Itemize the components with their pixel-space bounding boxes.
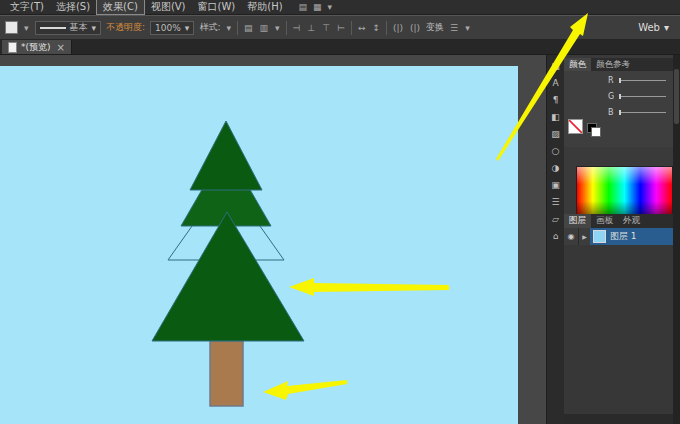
align-right-icon[interactable]: ⊢ (336, 23, 346, 33)
arrange-documents-icon[interactable]: ▦ (313, 2, 322, 12)
layer-thumbnail[interactable] (593, 230, 606, 243)
separator (386, 21, 387, 35)
align-bottom-icon[interactable]: ⊥ (306, 23, 316, 33)
style-label: 样式: (199, 21, 220, 34)
menu-bar: 文字(T) 选择(S) 效果(C) 视图(V) 窗口(W) 帮助(H) ▤ ▦ … (0, 0, 680, 15)
chevron-down-icon[interactable]: ▾ (464, 23, 471, 33)
menu-select[interactable]: 选择(S) (50, 0, 96, 14)
appearance-panel-icon[interactable]: ◑ (552, 160, 560, 177)
distribute-space-vertical-icon[interactable]: (|) (409, 23, 421, 33)
document-tab-bar: *(预览) × (0, 40, 680, 55)
tab-color-guide[interactable]: 颜色参考 (591, 58, 635, 71)
artboards-panel-icon[interactable]: ▱ (552, 211, 559, 228)
separator (351, 21, 352, 35)
document-layout-icon[interactable]: ▤ (299, 2, 308, 12)
separator (237, 21, 238, 35)
panel-scrollbar[interactable] (673, 55, 680, 424)
none-color-swatch[interactable] (568, 119, 583, 134)
distribute-vertical-icon[interactable]: ↕ (371, 23, 381, 33)
visibility-eye-icon[interactable]: ◉ (564, 232, 578, 241)
paragraph-panel-icon[interactable]: ¶ (553, 92, 559, 109)
chevron-down-icon: ▾ (664, 22, 669, 33)
opacity-label[interactable]: 不透明度: (106, 21, 145, 34)
stroke-profile-dropdown[interactable]: 基本 ▾ (35, 21, 102, 35)
document-tab[interactable]: *(预览) × (2, 40, 72, 54)
close-icon[interactable]: × (57, 42, 65, 53)
chevron-down-icon[interactable]: ▾ (23, 23, 30, 33)
distribute-horizontal-icon[interactable]: ↔ (357, 23, 367, 33)
tab-layers[interactable]: 图层 (564, 214, 591, 228)
chevron-down-icon: ▾ (185, 23, 190, 33)
color-panel-tabs: 颜色 颜色参考 (564, 58, 673, 71)
channel-r-label: R (608, 76, 616, 85)
tab-appearance[interactable]: 外观 (618, 214, 645, 228)
panel-bottom-bar (564, 414, 673, 424)
preferences-icon[interactable]: ▥ (258, 23, 269, 33)
channel-g-slider[interactable] (620, 96, 666, 97)
channel-b-label: B (608, 108, 616, 117)
menu-view[interactable]: 视图(V) (145, 0, 192, 14)
chevron-down-icon[interactable]: ▾ (274, 23, 281, 33)
scrollbar-thumb[interactable] (674, 69, 679, 124)
control-bar: ▾ 基本 ▾ 不透明度: 100% ▾ 样式: ▾ ▤ ▥ ▾ ⊣ ⊥ ⊤ ⊢ … (0, 15, 680, 40)
layer-name[interactable]: 图层 1 (610, 230, 637, 243)
stroke-profile-value: 基本 (70, 21, 88, 34)
gradient-panel-icon[interactable]: ◧ (551, 109, 560, 126)
tab-artboards[interactable]: 画板 (591, 214, 618, 228)
white-swatch (591, 127, 601, 137)
stroke-panel-icon[interactable]: ○ (552, 143, 560, 160)
document-setup-icon[interactable]: ▤ (243, 23, 254, 33)
workspace-name: Web (638, 22, 660, 33)
opacity-dropdown[interactable]: 100% ▾ (150, 21, 194, 35)
layers-panel-body (564, 245, 673, 414)
expand-layer-icon[interactable]: ▶ (579, 233, 590, 240)
align-top-icon[interactable]: ⊤ (321, 23, 331, 33)
panel-dock-icon-strip: ▦ A ¶ ◧ ▨ ○ ◑ ▣ ☰ ▱ ⌂ (546, 55, 564, 424)
graphic-styles-panel-icon[interactable]: ▣ (551, 177, 560, 194)
transparency-panel-icon[interactable]: ▨ (551, 126, 560, 143)
color-panel-body: R G B (564, 71, 673, 147)
tab-color[interactable]: 颜色 (564, 58, 591, 71)
layers-panel-tabs: 图层 画板 外观 (564, 214, 673, 228)
channel-g-label: G (608, 92, 616, 101)
chevron-down-icon[interactable]: ▾ (328, 2, 333, 12)
menu-effect[interactable]: 效果(C) (96, 0, 145, 15)
character-panel-icon[interactable]: A (552, 75, 558, 92)
workspace-area: ▦ A ¶ ◧ ▨ ○ ◑ ▣ ☰ ▱ ⌂ 颜色 颜色参考 R G B (0, 55, 680, 424)
menu-window[interactable]: 窗口(W) (192, 0, 242, 14)
chevron-down-icon[interactable]: ▾ (225, 23, 232, 33)
separator (286, 21, 287, 35)
symbols-panel-icon[interactable]: ⌂ (553, 228, 559, 245)
panel-menu-icon[interactable]: ☰ (449, 23, 459, 33)
channel-r-slider[interactable] (620, 80, 666, 81)
menu-panel-icon[interactable]: ☰ (551, 194, 559, 211)
right-panel-dock: 颜色 颜色参考 R G B 图层 (564, 55, 673, 424)
black-white-swatch[interactable] (587, 123, 600, 136)
document-title: *(预览) (21, 41, 51, 54)
document-icon (8, 42, 17, 53)
stroke-profile-line-icon (40, 27, 66, 29)
workspace-switcher[interactable]: Web ▾ (638, 22, 675, 33)
fill-swatch[interactable] (5, 21, 18, 34)
color-panel-icon[interactable]: ▦ (551, 58, 560, 75)
distribute-space-horizontal-icon[interactable]: (|) (392, 23, 404, 33)
align-left-icon[interactable]: ⊣ (292, 23, 302, 33)
menu-help[interactable]: 帮助(H) (241, 0, 288, 14)
transform-label[interactable]: 变换 (426, 21, 444, 34)
opacity-value: 100% (155, 23, 181, 33)
chevron-down-icon: ▾ (92, 23, 97, 33)
layer-selection[interactable]: 图层 1 (590, 228, 673, 245)
menu-type[interactable]: 文字(T) (4, 0, 50, 14)
layer-row[interactable]: ◉ ▶ 图层 1 (564, 228, 673, 245)
channel-b-slider[interactable] (620, 112, 666, 113)
